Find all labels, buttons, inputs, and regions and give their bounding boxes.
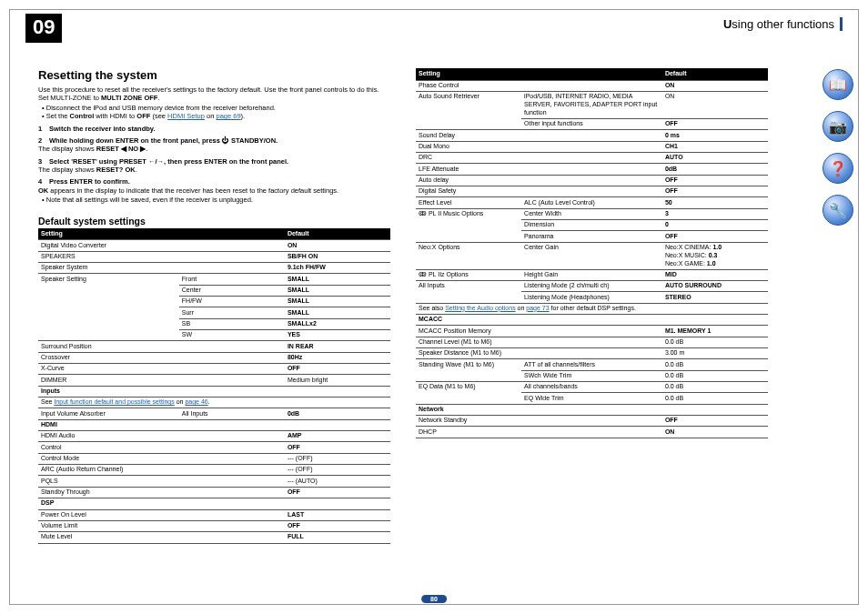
table-cell: iPod/USB, INTERNET RADIO, MEDIA SERVER, … (521, 92, 662, 119)
table-cell (179, 431, 285, 442)
table-cell: OFF (662, 118, 768, 129)
table-cell: ATT of all channels/filters (521, 359, 662, 370)
table-cell (179, 453, 285, 464)
link-page-46[interactable]: page 46 (185, 398, 207, 405)
table-cell: Center (179, 285, 285, 296)
table-cell: IN REAR (285, 341, 390, 352)
s2n-c: . (146, 145, 147, 153)
step-1: 1Switch the receiver into standby. (38, 125, 390, 133)
table-cell (521, 141, 662, 152)
table-row: See also Setting the Audio options on pa… (416, 303, 768, 314)
table-row: ControlOFF (38, 442, 390, 453)
b2-g: ). (241, 112, 246, 120)
settings-table-left: Setting Default Digital Video ConverterO… (38, 228, 390, 544)
table-cell: 0.0 dB (662, 359, 768, 370)
table-cell: --- (OFF) (285, 465, 390, 476)
table-cell (521, 80, 662, 91)
table-cell: FH/FW (179, 296, 285, 307)
intro-part1: Use this procedure to reset all the rece… (38, 86, 379, 102)
table-cell (179, 251, 285, 262)
table-cell: LFE Attenuate (416, 164, 521, 175)
table-cell: All channels/bands (521, 382, 662, 393)
table-row: LFE Attenuate0dB (416, 164, 768, 175)
table-row: Auto delayOFF (416, 175, 768, 186)
step-4-note: Note that all settings will be saved, ev… (47, 196, 390, 204)
table-cell: Height Gain (521, 269, 662, 280)
table-cell: MID (662, 269, 768, 280)
table-cell: Listening Mode (2 ch/multi ch) (521, 280, 662, 291)
table-cell: AMP (285, 431, 390, 442)
device-icon[interactable]: 📷 (823, 111, 853, 142)
table-cell: SMALLx2 (285, 318, 390, 329)
table-cell: PQLS (38, 476, 179, 487)
table-cell: OFF (285, 364, 390, 375)
table-cell: 0 (662, 220, 768, 231)
table-row: Standing Wave (M1 to M6)ATT of all chann… (416, 359, 768, 370)
th-setting-r: Setting (416, 68, 662, 80)
link-page-69[interactable]: page 69 (216, 112, 240, 120)
table-row: See Input function default and possible … (38, 398, 390, 408)
table-cell (521, 416, 662, 427)
table-row: Dual MonoCH1 (416, 141, 768, 152)
table-cell: 3.00 m (662, 347, 768, 358)
table-cell: OFF (285, 442, 390, 453)
s4b-a: OK (38, 186, 48, 195)
table-row: ↂ PL IIz OptionsHeight GainMID (416, 269, 768, 280)
table-cell: Medium bright (285, 375, 390, 386)
table-row: Neo:X OptionsCenter GainNeo:X CINEMA: 1.… (416, 242, 768, 269)
page-number: 80 (421, 595, 447, 603)
table-row: EQ Data (M1 to M6)All channels/bands0.0 … (416, 382, 768, 393)
help-icon[interactable]: ❓ (823, 153, 853, 184)
table-cell: Listening Mode (Headphones) (521, 292, 662, 303)
table-cell: Digital Safety (416, 186, 521, 197)
table-cell: 3 (662, 208, 768, 219)
table-cell: 0.0 dB (662, 337, 768, 347)
table-cell (179, 364, 285, 375)
heading-default-settings: Default system settings (38, 216, 390, 226)
link-input-function[interactable]: Input function default and possible sett… (54, 398, 174, 405)
table-cell (521, 130, 662, 141)
table-cell: AUTO SURROUND (662, 280, 768, 291)
table-cell: Speaker System (38, 262, 179, 273)
table-cell: DRC (416, 152, 521, 163)
table-cell: Network Standby (416, 416, 521, 427)
section-mcacc: MCACC (416, 314, 768, 325)
table-row: Digital Video ConverterON (38, 240, 390, 251)
section-hdmi: HDMI (38, 419, 390, 430)
table-cell: Input Volume Absorber (38, 408, 179, 419)
table-cell: All Inputs (179, 408, 285, 419)
table-cell: SB (179, 318, 285, 329)
table-cell: ↂ PL IIz Options (416, 269, 521, 280)
table-cell: --- (OFF) (285, 453, 390, 464)
table-row: Effect LevelALC (Auto Level Control)50 (416, 197, 768, 208)
table-cell (521, 337, 662, 347)
table-cell (521, 175, 662, 186)
table-cell: OFF (662, 186, 768, 197)
table-cell: Surround Position (38, 341, 179, 352)
intro-text: Use this procedure to reset all the rece… (38, 86, 390, 103)
step-2-note: The display shows RESET ◀ NO ▶. (38, 145, 390, 153)
right-column: Setting Default Phase ControlONAuto Soun… (416, 68, 768, 587)
table-cell: SWch Wide Trim (521, 370, 662, 381)
step-3-text: Select 'RESET' using PRESET ←/→, then pr… (49, 157, 288, 166)
step-1-text: Switch the receiver into standby. (49, 125, 156, 133)
table-cell: ON (662, 92, 768, 119)
link-audio-options[interactable]: Setting the Audio options (445, 305, 515, 311)
table-cell: LAST (285, 509, 390, 520)
tools-icon[interactable]: 🔧 (823, 195, 853, 226)
table-cell: YES (285, 330, 390, 341)
link-hdmi-setup[interactable]: HDMI Setup (167, 112, 205, 120)
link-page-73[interactable]: page 73 (526, 305, 549, 311)
table-cell: AUTO (662, 152, 768, 163)
section-dsp: DSP (38, 498, 390, 509)
table-row: Network StandbyOFF (416, 416, 768, 427)
table-cell: Neo:X Options (416, 242, 521, 269)
table-cell: SMALL (285, 274, 390, 285)
book-icon[interactable]: 📖 (823, 69, 853, 100)
s3n-c: . (136, 166, 137, 174)
table-cell: STEREO (662, 292, 768, 303)
table-row: ARC (Audio Return Channel)--- (OFF) (38, 465, 390, 476)
heading-resetting: Resetting the system (38, 68, 390, 82)
table-cell: EQ Data (M1 to M6) (416, 382, 521, 405)
table-cell: OFF (662, 231, 768, 242)
